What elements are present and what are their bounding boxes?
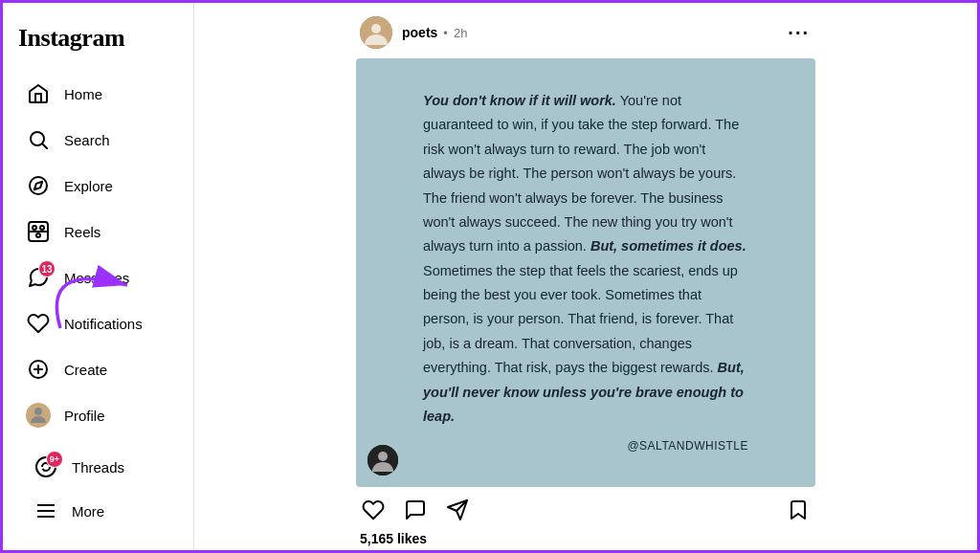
- post-actions: [356, 487, 815, 529]
- sidebar-item-notifications[interactable]: Notifications: [11, 301, 186, 345]
- messages-label: Messages: [64, 270, 129, 286]
- post-text-body-1: You're not guaranteed to win, if you tak…: [423, 93, 739, 254]
- reels-icon: [26, 219, 51, 244]
- post-text-block: You don't know if it will work. You're n…: [423, 89, 748, 456]
- post-caption: poets Take a leap of faith 🏋 ... more: [356, 548, 815, 550]
- post-username[interactable]: poets: [402, 25, 437, 40]
- svg-point-7: [36, 233, 40, 237]
- create-icon: [26, 357, 51, 382]
- post-attribution: @SALTANDWHISTLE: [423, 436, 748, 456]
- reels-label: Reels: [64, 224, 100, 240]
- svg-point-18: [371, 24, 381, 33]
- sidebar-item-home[interactable]: Home: [11, 72, 186, 116]
- more-label: More: [72, 503, 104, 520]
- sidebar-item-explore[interactable]: Explore: [11, 164, 186, 208]
- comment-button[interactable]: [402, 497, 429, 523]
- more-icon: [33, 498, 58, 523]
- svg-point-20: [378, 452, 388, 461]
- post-text-italic-1: You don't know if it will work.: [423, 93, 616, 108]
- like-button[interactable]: [360, 497, 387, 523]
- main-feed: poets • 2h ··· You don't know if it will…: [194, 3, 977, 550]
- threads-label: Threads: [72, 459, 124, 476]
- app-logo: Instagram: [3, 14, 193, 72]
- svg-point-2: [30, 177, 47, 194]
- notifications-label: Notifications: [64, 316, 143, 332]
- post-text-body-2: Sometimes the step that feels the scarie…: [423, 263, 738, 376]
- share-button[interactable]: [444, 497, 471, 523]
- sidebar-item-profile[interactable]: Profile: [11, 393, 186, 437]
- sidebar-item-messages[interactable]: 13 Messages: [11, 255, 186, 299]
- sidebar-nav: Home Search: [3, 72, 193, 437]
- search-label: Search: [64, 132, 110, 148]
- sidebar-item-more[interactable]: More: [18, 489, 178, 533]
- svg-point-0: [31, 132, 44, 145]
- search-icon: [26, 127, 51, 152]
- post: poets • 2h ··· You don't know if it will…: [356, 3, 815, 550]
- profile-label: Profile: [64, 408, 105, 424]
- post-header: poets • 2h ···: [356, 7, 815, 58]
- messages-badge: 13: [38, 260, 56, 277]
- post-header-left: poets • 2h: [360, 16, 467, 49]
- sidebar-item-threads[interactable]: 9+ Threads: [18, 445, 178, 489]
- home-label: Home: [64, 86, 102, 102]
- create-label: Create: [64, 362, 107, 378]
- bookmark-button[interactable]: [785, 497, 812, 523]
- sidebar-item-reels[interactable]: Reels: [11, 210, 186, 254]
- notifications-icon: [26, 311, 51, 336]
- svg-line-1: [43, 144, 47, 148]
- svg-point-6: [40, 226, 44, 230]
- explore-icon: [26, 173, 51, 198]
- svg-point-5: [33, 226, 36, 230]
- post-separator: •: [443, 26, 448, 40]
- profile-avatar-icon: [26, 403, 51, 428]
- threads-icon: 9+: [33, 454, 58, 479]
- post-actions-left: [360, 497, 471, 523]
- sidebar-item-search[interactable]: Search: [11, 118, 186, 162]
- post-text-italic-2: But, sometimes it does.: [590, 238, 746, 254]
- sidebar: Instagram Home: [3, 3, 194, 550]
- svg-marker-3: [34, 182, 42, 189]
- post-viewer-avatar: [368, 445, 398, 476]
- sidebar-item-create[interactable]: Create: [11, 347, 186, 391]
- home-icon: [26, 81, 51, 106]
- post-user-avatar[interactable]: [360, 16, 392, 49]
- post-image-area: You don't know if it will work. You're n…: [356, 58, 815, 487]
- post-more-button[interactable]: ···: [786, 20, 812, 46]
- svg-point-12: [34, 408, 42, 415]
- explore-label: Explore: [64, 178, 113, 194]
- post-time: 2h: [454, 26, 467, 40]
- messages-icon: 13: [26, 265, 51, 290]
- sidebar-bottom: 9+ Threads More: [3, 437, 193, 541]
- post-likes-count: 5,165 likes: [356, 529, 815, 548]
- post-user-info: poets • 2h: [402, 25, 467, 40]
- threads-badge: 9+: [46, 451, 63, 468]
